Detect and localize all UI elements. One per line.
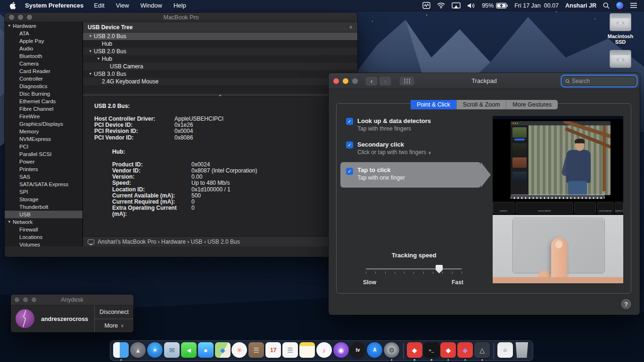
spotlight-search-icon[interactable]: [603, 2, 610, 9]
gesture-option-row[interactable]: ✓ Look up & data detectors Tap with thre…: [340, 116, 482, 139]
sidebar-item[interactable]: ▼ Ethernet Cards: [5, 98, 83, 105]
show-all-button[interactable]: [399, 76, 414, 86]
collapse-chevron-icon[interactable]: ∧: [349, 24, 353, 30]
sidebar-item[interactable]: ▼ Diagnostics: [5, 82, 83, 90]
sidebar-item[interactable]: ▼ Power: [5, 158, 83, 165]
fast-user-switch[interactable]: Anshari JR: [565, 2, 596, 9]
sidebar-item[interactable]: ▼ Network: [5, 218, 83, 226]
dock-item[interactable]: ◆: [457, 341, 474, 361]
dock-item[interactable]: ◄: [180, 341, 197, 361]
usb-tree-row[interactable]: ▼ USB 2.0 Bus: [83, 33, 357, 40]
desktop-volume-2[interactable]: [603, 50, 637, 68]
dock-item[interactable]: ◆: [406, 341, 423, 361]
sidebar-item[interactable]: ▼ Graphics/Displays: [5, 120, 83, 128]
gesture-option-row[interactable]: ✓ Tap to click Tap with one finger∨: [340, 162, 481, 188]
dock-item[interactable]: [491, 341, 497, 361]
tab[interactable]: Scroll & Zoom: [457, 100, 507, 109]
sidebar-item[interactable]: ▼ Disc Burning: [5, 90, 83, 98]
sidebar-item[interactable]: ▼ Hardware: [5, 22, 83, 30]
sysinfo-titlebar[interactable]: MacBook Pro: [5, 13, 357, 22]
sidebar-item[interactable]: ▼ Firewall: [5, 226, 83, 233]
menu-item[interactable]: Window: [140, 2, 162, 9]
volume-icon[interactable]: [467, 2, 475, 9]
search-field[interactable]: [562, 76, 636, 86]
sidebar-item[interactable]: ▼ Thunderbolt: [5, 203, 83, 211]
dock-item[interactable]: ☰: [248, 341, 265, 361]
screen-mirroring-icon[interactable]: [452, 2, 461, 9]
battery-status[interactable]: 95%: [482, 2, 508, 9]
sidebar-item[interactable]: ▼ SPI: [5, 188, 83, 196]
sidebar-item[interactable]: ▼ Parallel SCSI: [5, 150, 83, 158]
sidebar-item[interactable]: ▼ Volumes: [5, 241, 83, 247]
dock-item[interactable]: tv: [349, 341, 366, 361]
dock-item[interactable]: A: [366, 341, 383, 361]
breadcrumb[interactable]: Anshari's MacBook Pro › Hardware › USB ›…: [83, 236, 357, 247]
usb-tree-row[interactable]: ▼ 2.4G Keyboard Mouse: [83, 78, 357, 85]
tab[interactable]: Point & Click: [411, 100, 457, 109]
usb-tree-row[interactable]: ▼ USB Camera: [83, 63, 357, 70]
sidebar-item[interactable]: ▼ USB: [5, 211, 83, 218]
sidebar-item[interactable]: ▼ Storage: [5, 196, 83, 203]
usb-tree-row[interactable]: ▼ Hub: [83, 55, 357, 63]
dock-item[interactable]: ✶: [147, 341, 164, 361]
dock-item[interactable]: △: [474, 341, 491, 361]
dock-item[interactable]: ▲: [130, 341, 147, 361]
desktop-volume-macintosh-ssd[interactable]: Macintosh SSD: [603, 13, 637, 45]
sidebar-item[interactable]: ▼ Fibre Channel: [5, 105, 83, 113]
dock-item[interactable]: [400, 341, 406, 361]
dock-item[interactable]: ◆: [214, 341, 231, 361]
dock-item[interactable]: ●: [197, 341, 214, 361]
search-input[interactable]: [572, 78, 633, 84]
dock-item[interactable]: >_: [423, 341, 440, 361]
anydesk-status-icon[interactable]: [422, 2, 430, 9]
dock-item[interactable]: 17: [265, 341, 282, 361]
more-button[interactable]: More ∨: [95, 319, 133, 332]
sidebar-item[interactable]: ▼ ATA: [5, 30, 83, 37]
anydesk-titlebar[interactable]: Anydesk: [11, 295, 133, 305]
dock-item[interactable]: [298, 341, 315, 361]
dock-item[interactable]: [113, 341, 130, 361]
close-button[interactable]: [333, 78, 339, 84]
dock-item[interactable]: ☰: [282, 341, 299, 361]
back-button[interactable]: ‹: [365, 76, 378, 86]
dock-item[interactable]: ≡: [496, 341, 513, 361]
minimize-button[interactable]: [343, 78, 348, 84]
apple-menu[interactable]: [9, 2, 17, 9]
dock-item[interactable]: ♪: [315, 341, 332, 361]
sidebar-item[interactable]: ▼ NVMExpress: [5, 135, 83, 143]
usb-tree-row[interactable]: ▼ Hub: [83, 40, 357, 48]
sidebar-item[interactable]: ▼ Card Reader: [5, 67, 83, 75]
sidebar-item[interactable]: ▼ Camera: [5, 60, 83, 67]
disconnect-button[interactable]: Disconnect: [95, 305, 133, 319]
sidebar-item[interactable]: ▼ Bluetooth: [5, 52, 83, 60]
help-button[interactable]: ?: [621, 299, 631, 309]
sidebar-item[interactable]: ▼ Apple Pay: [5, 37, 83, 45]
trackpad-titlebar[interactable]: ‹ › Trackpad: [329, 73, 640, 89]
sidebar-item[interactable]: ▼ FireWire: [5, 113, 83, 120]
wifi-icon[interactable]: [437, 2, 445, 8]
forward-button[interactable]: ›: [379, 76, 391, 86]
menu-item[interactable]: Edit: [94, 2, 104, 9]
slider-track[interactable]: [366, 268, 462, 270]
dock-item[interactable]: ⚙: [383, 341, 400, 361]
siri-icon[interactable]: [616, 2, 623, 9]
gesture-option-row[interactable]: ✓ Secondary click Click or tap with two …: [340, 140, 482, 162]
sidebar-item[interactable]: ▼ SATA/SATA Express: [5, 181, 83, 188]
dock-item[interactable]: ✉: [164, 341, 181, 361]
notification-center-icon[interactable]: [630, 2, 637, 8]
dock-item[interactable]: ◉: [332, 341, 349, 361]
menu-bar-clock[interactable]: Fri 17 Jan 00.07: [514, 2, 559, 9]
dock-item[interactable]: ◆: [440, 341, 457, 361]
usb-tree-row[interactable]: ▼ USB 2.0 Bus: [83, 48, 357, 55]
pane-splitter[interactable]: [83, 94, 357, 96]
zoom-button[interactable]: [352, 78, 358, 84]
sidebar-item[interactable]: ▼ Memory: [5, 128, 83, 135]
tab[interactable]: More Gestures: [506, 100, 558, 109]
menu-item[interactable]: View: [116, 2, 129, 9]
usb-tree-row[interactable]: ▼ USB 3.0 Bus: [83, 70, 357, 78]
tracking-speed-slider[interactable]: [366, 264, 462, 278]
menu-item[interactable]: Help: [173, 2, 186, 9]
sidebar-item[interactable]: ▼ PCI: [5, 143, 83, 150]
sidebar-item[interactable]: ▼ Locations: [5, 233, 83, 241]
sidebar-item[interactable]: ▼ Printers: [5, 165, 83, 173]
